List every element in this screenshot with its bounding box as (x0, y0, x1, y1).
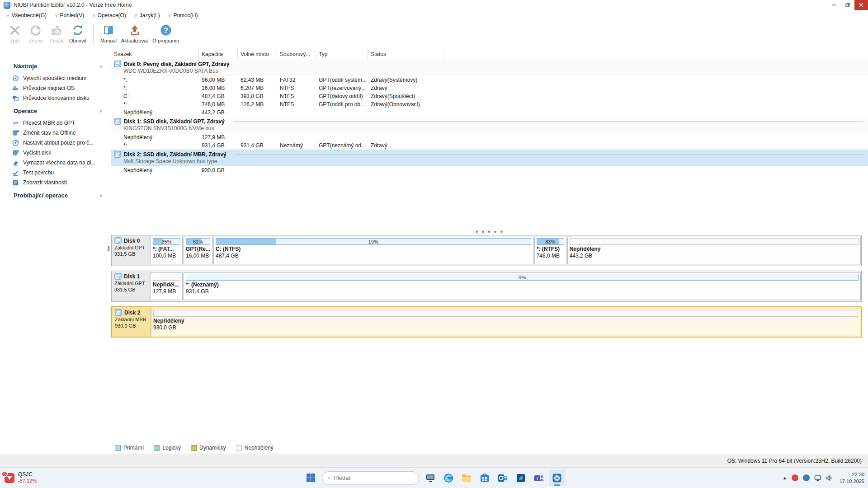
explorer-app-button[interactable] (458, 470, 475, 486)
unallocated-block[interactable]: Nepřidělený443,2 GB (567, 237, 861, 264)
partition-row[interactable]: *:96,00 MB62,43 MBFAT32GPT(oddíl systém.… (111, 76, 868, 84)
partition-row[interactable]: Nepřidělený443,2 GB (111, 108, 868, 117)
partition-block[interactable]: 0%*: (Neznámý)931,4 GB (184, 272, 861, 300)
partition-size: 16,00 MB (186, 253, 210, 259)
manual-button[interactable]: Manuál (98, 23, 119, 43)
partition-block[interactable]: 61%GPT(Re...16,00 MB (184, 237, 212, 264)
sidebar-item[interactable]: Zobrazit vlastnosti (0, 178, 111, 188)
sidebar-section-1-header[interactable]: Nástroje∧ (14, 63, 103, 70)
menu-item-label: Jazyk(L) (139, 12, 160, 19)
partition-row[interactable]: C:487,4 GB393,8 GBNTFSGPT(datový oddíl)Z… (111, 92, 868, 100)
tray-clock[interactable]: 22:30 17.10.2025 (840, 471, 864, 484)
partition-row[interactable]: *:16,00 MB6,207 MBNTFSGPT(rezervovaný...… (111, 84, 868, 92)
partition-row[interactable]: *:931,4 GB931,4 GBNeznámýGPT(neznámý od.… (111, 141, 868, 150)
sidebar-item-label: Průvodce migrací OS (23, 85, 75, 91)
chevron-down-icon: ∨ (6, 14, 9, 18)
menu-item-3[interactable]: ∨Operace(O) (92, 12, 126, 19)
tray-volume-icon[interactable] (826, 474, 833, 482)
sidebar-section-3-header[interactable]: Probíhající operace∧ (14, 192, 103, 199)
tray-network-icon[interactable] (814, 474, 821, 482)
sidebar-item[interactable]: Průvodce migrací OS (0, 83, 111, 93)
unallocated-block[interactable]: Nepřidělený930,0 GB (151, 309, 860, 335)
usage-percent: 61% (186, 239, 210, 244)
disk-drive-icon (115, 309, 122, 316)
desktop-app-button[interactable] (422, 470, 439, 486)
sidebar-item[interactable]: Průvodce klonováním disku (0, 93, 111, 103)
legend-item: Dynamický (191, 445, 226, 451)
aktualizovat-button[interactable]: Aktualizovat (119, 23, 150, 43)
disk-group-row-0[interactable]: Disk 0: Pevný disk, Základní GPT, Zdravý… (111, 59, 868, 76)
usage-percent: 35% (153, 239, 180, 244)
column-header[interactable]: Volné místo (238, 49, 277, 59)
start-button[interactable] (303, 470, 319, 486)
os-info: OS: Windows 11 Pro 64-bit (Version:25H2,… (727, 458, 868, 464)
sidebar-splitter[interactable]: ●●● (107, 246, 110, 251)
disk-group-row-2[interactable]: Disk 2: SSD disk, Základní MBR, ZdravýMs… (111, 150, 868, 166)
teams-app-button[interactable]: T (531, 470, 547, 486)
partition-label: *: (NTFS) (537, 246, 564, 252)
partition-size: 127,9 MB (153, 288, 180, 295)
disk-panel-1[interactable]: Disk 1Základní GPT931,5 GBNepřiděl...127… (111, 271, 862, 302)
znova-button[interactable]: Znova (25, 23, 46, 43)
taskbar-search[interactable] (322, 471, 419, 485)
column-header[interactable]: Typ (316, 49, 368, 59)
o-programu-button[interactable]: ?O programu (150, 23, 181, 43)
menu-item-4[interactable]: ∨Jazyk(L) (134, 12, 160, 19)
tray-chevron-up-icon[interactable]: ▲ (783, 475, 787, 480)
partition-block[interactable]: 83%*: (NTFS)746,0 MB (534, 237, 566, 264)
close-button[interactable] (854, 0, 868, 10)
disk-model: Msft Storage Space Unknown bus type (111, 158, 868, 164)
disk-panel-0[interactable]: Disk 0Základní GPT931,5 GB35%*: (FAT...1… (111, 235, 862, 266)
sidebar-item[interactable]: Převést MBR do GPT (0, 118, 111, 128)
cell-capacity: 487,4 GB (199, 93, 238, 99)
sidebar-item[interactable]: Vymazat všechna data na di... (0, 158, 111, 168)
partition-block[interactable]: 19%C: (NTFS)487,4 GB (213, 237, 533, 264)
panel-splitter[interactable]: ● ● ● ● ● (111, 174, 868, 234)
outlook-app-button[interactable] (495, 470, 511, 486)
search-input[interactable] (334, 474, 413, 481)
svg-text:T: T (536, 476, 538, 481)
menu-item-5[interactable]: ∨Pomoc(H) (168, 12, 198, 19)
clock-date: 17.10.2025 (840, 478, 864, 484)
partition-row[interactable]: Nepřidělený127,9 MB (111, 133, 868, 141)
sidebar-item[interactable]: Test povrchu (0, 168, 111, 178)
column-header[interactable]: Kapacita (199, 49, 238, 59)
tray-security-icon[interactable] (792, 474, 798, 481)
disk-group-row-1[interactable]: Disk 1: SSD disk, Základní GPT, ZdravýKI… (111, 117, 868, 133)
column-header-filler (444, 49, 868, 59)
sidebar-section-2-header[interactable]: Operace∧ (14, 108, 103, 114)
column-header[interactable]: Souborový... (277, 49, 316, 59)
disk-panel-2[interactable]: Disk 2Základní MBR930,0 GBNepřidělený930… (111, 306, 862, 338)
tray-update-icon[interactable] (803, 474, 810, 481)
explorer-icon (461, 473, 472, 483)
menu-item-1[interactable]: ∨Všeobecné(G) (6, 12, 47, 19)
usage-bar: 83% (537, 238, 564, 245)
store-app-button[interactable] (476, 470, 493, 486)
unallocated-block[interactable]: Nepřiděl...127,9 MB (151, 272, 183, 300)
disk-size: 930,0 GB (115, 323, 148, 328)
partition-size: 931,4 GB (186, 288, 859, 295)
sidebar-item[interactable]: Vyčistit disk (0, 148, 111, 158)
edge-app-button[interactable] (440, 470, 457, 486)
sidebar-item-label: Vytvořit spouštěcí médium (23, 75, 86, 81)
group-rule (237, 64, 863, 64)
usage-percent: 83% (537, 239, 564, 244)
office-app-button[interactable] (513, 470, 529, 486)
column-header[interactable]: Svazek (111, 49, 199, 59)
obnovit-button[interactable]: Obnovit (67, 23, 89, 43)
svg-text:?: ? (164, 26, 168, 34)
partition-row[interactable]: Nepřidělený930,0 GB (111, 166, 868, 174)
sidebar-item[interactable]: Změnit stav na Offline (0, 128, 111, 138)
column-header[interactable]: Status (368, 49, 444, 59)
zpet-button[interactable]: Zpět (5, 23, 25, 43)
partition-row[interactable]: *:746,0 MB126,2 MBNTFSGPT(oddíl pro ob..… (111, 100, 868, 108)
sidebar-item[interactable]: Vytvořit spouštěcí médium (0, 73, 111, 83)
minimize-button[interactable] (827, 0, 841, 10)
menu-item-2[interactable]: ∨Pohled(V) (55, 12, 84, 19)
stock-widget[interactable]: 5 QSJC -57,12% (5, 471, 37, 484)
partition-block[interactable]: 35%*: (FAT...100,0 MB (151, 237, 183, 264)
pouzit-button[interactable]: Použít (46, 23, 67, 43)
restore-button[interactable] (841, 0, 854, 10)
niubi-app-button[interactable] (549, 470, 565, 486)
sidebar-item[interactable]: Nastavit atribut pouze pro č... (0, 138, 111, 148)
